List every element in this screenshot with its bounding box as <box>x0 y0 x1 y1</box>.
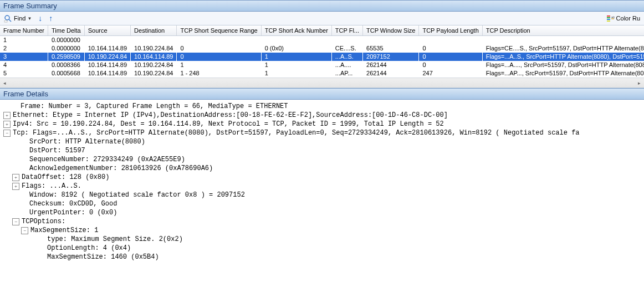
column-header[interactable]: TCP Payload Length <box>419 25 482 36</box>
svg-rect-4 <box>607 17 610 18</box>
column-header[interactable]: TCP Short Ack Number <box>261 25 331 36</box>
cell-win: 2097152 <box>363 53 419 61</box>
column-header[interactable]: TCP Window Size <box>363 25 419 36</box>
table-row[interactable]: 20.000000010.164.114.8910.190.224.8400 (… <box>0 44 644 53</box>
column-header[interactable]: Frame Number <box>0 25 48 36</box>
cell-fl <box>331 36 362 45</box>
column-header[interactable]: Source <box>84 25 130 36</box>
table-row[interactable]: 30.259850910.190.224.8410.164.114.8901..… <box>0 53 644 61</box>
tree-node[interactable]: −TCPOptions: <box>0 217 644 226</box>
collapse-icon[interactable]: − <box>21 227 28 234</box>
table-row[interactable]: 50.000566810.164.114.8910.190.224.841 - … <box>0 69 644 78</box>
cell-ack: 1 <box>261 69 331 78</box>
tree-spacer <box>21 200 27 207</box>
tree-node[interactable]: +Flags: ...A..S. <box>0 182 644 191</box>
tree-spacer <box>39 245 45 251</box>
cell-seq: 1 - 248 <box>177 69 261 78</box>
tree-node-text: MaxSegmentSize: 1460 (0x5B4) <box>47 253 159 261</box>
cell-seq: 1 <box>177 61 261 69</box>
tree-node-text: Ethernet: Etype = Internet IP (IPv4),Des… <box>13 111 448 120</box>
cell-dst: 10.190.224.84 <box>131 69 177 78</box>
tree-node[interactable]: OptionLength: 4 (0x4) <box>0 244 644 253</box>
tree-spacer <box>21 209 27 215</box>
arrow-down-icon: ↓ <box>38 14 42 23</box>
tree-node-text: DstPort: 51597 <box>29 146 85 155</box>
tree-node[interactable]: Checksum: 0xCD0D, Good <box>0 199 644 208</box>
tree-node[interactable]: DstPort: 51597 <box>0 146 644 155</box>
tree-node[interactable]: AcknowledgementNumber: 2810613926 (0xA78… <box>0 164 644 173</box>
find-prev-up-button[interactable]: ↑ <box>46 12 55 24</box>
tree-node-text: AcknowledgementNumber: 2810613926 (0xA78… <box>29 164 213 173</box>
tree-node[interactable]: +Ethernet: Etype = Internet IP (IPv4),De… <box>0 111 644 120</box>
cell-num: 2 <box>0 44 48 53</box>
cell-td: 0.0008366 <box>48 61 84 69</box>
tree-node-text: UrgentPointer: 0 (0x0) <box>29 208 117 217</box>
tree-node[interactable]: UrgentPointer: 0 (0x0) <box>0 208 644 217</box>
tree-node[interactable]: +DataOffset: 128 (0x80) <box>0 173 644 182</box>
cell-seq: 0 <box>177 44 261 53</box>
cell-td: 0.0005668 <box>48 69 84 78</box>
cell-pay: 0 <box>419 44 482 53</box>
cell-fl: ...A..S. <box>331 53 362 61</box>
tree-node-text: Flags: ...A..S. <box>22 182 81 191</box>
tree-node[interactable]: −MaxSegmentSize: 1 <box>0 226 644 235</box>
collapse-icon[interactable]: − <box>3 130 11 137</box>
expand-icon[interactable]: + <box>3 121 11 128</box>
find-label: Find <box>14 15 25 22</box>
frame-summary-table[interactable]: Frame NumberTime DeltaSourceDestinationT… <box>0 25 644 78</box>
tree-node[interactable]: +Ipv4: Src = 10.190.224.84, Dest = 10.16… <box>0 120 644 128</box>
tree-node-text: type: Maximum Segment Size. 2(0x2) <box>47 235 183 244</box>
table-row[interactable]: 40.000836610.164.114.8910.190.224.8411..… <box>0 61 644 69</box>
cell-win: 262144 <box>363 61 419 69</box>
frame-summary-table-wrap: Frame NumberTime DeltaSourceDestinationT… <box>0 25 644 88</box>
tree-node[interactable]: Frame: Number = 3, Captured Frame Length… <box>0 102 644 111</box>
tree-node[interactable]: SrcPort: HTTP Alternate(8080) <box>0 137 644 146</box>
horizontal-scrollbar[interactable]: ◂ ▸ <box>0 78 644 88</box>
svg-rect-5 <box>607 19 610 20</box>
tree-node[interactable]: SequenceNumber: 2729334249 (0xA2AE55E9) <box>0 155 644 164</box>
frame-details-tree[interactable]: Frame: Number = 3, Captured Frame Length… <box>0 100 644 264</box>
color-rules-button[interactable]: ab Color Ru <box>604 13 643 24</box>
cell-fl: ...AP... <box>331 69 362 78</box>
svg-text:ab: ab <box>611 16 615 19</box>
cell-td: 0.0000000 <box>48 36 84 45</box>
expand-icon[interactable]: + <box>12 183 19 190</box>
cell-seq <box>177 36 261 45</box>
cell-desc: Flags=...AP..., SrcPort=51597, DstPort=H… <box>482 69 644 78</box>
tree-node[interactable]: type: Maximum Segment Size. 2(0x2) <box>0 235 644 244</box>
svg-rect-3 <box>607 16 610 17</box>
tree-node[interactable]: −Tcp: Flags=...A..S., SrcPort=HTTP Alter… <box>0 128 644 137</box>
tree-node-text: MaxSegmentSize: 1 <box>30 226 98 235</box>
tree-node[interactable]: Window: 8192 ( Negotiated scale factor 0… <box>0 191 644 199</box>
scroll-right-icon[interactable]: ▸ <box>635 78 644 88</box>
cell-src: 10.190.224.84 <box>84 53 130 61</box>
expand-icon[interactable]: + <box>3 112 11 119</box>
column-header[interactable]: Time Delta <box>48 25 84 36</box>
find-dropdown-chevron-icon: ▼ <box>27 16 32 21</box>
cell-num: 1 <box>0 36 48 45</box>
tree-spacer <box>21 192 27 198</box>
tree-node-text: DataOffset: 128 (0x80) <box>22 173 109 182</box>
tree-node[interactable]: MaxSegmentSize: 1460 (0x5B4) <box>0 253 644 261</box>
column-header[interactable]: Destination <box>131 25 177 36</box>
tree-node-text: Window: 8192 ( Negotiated scale factor 0… <box>29 191 245 199</box>
find-button[interactable]: Find ▼ <box>1 13 34 24</box>
cell-num: 4 <box>0 61 48 69</box>
cell-fl: CE....S. <box>331 44 362 53</box>
table-row[interactable]: 10.0000000 <box>0 36 644 45</box>
cell-fl: ...A.... <box>331 61 362 69</box>
collapse-icon[interactable]: − <box>12 218 19 225</box>
tree-spacer <box>21 138 27 145</box>
find-next-down-button[interactable]: ↓ <box>35 12 45 24</box>
column-header[interactable]: TCP Description <box>482 25 644 36</box>
find-icon <box>4 14 12 23</box>
cell-pay: 0 <box>419 61 482 69</box>
frame-details-title: Frame Details <box>0 88 644 100</box>
column-header[interactable]: TCP Fl... <box>331 25 362 36</box>
expand-icon[interactable]: + <box>12 174 19 181</box>
cell-dst: 10.190.224.84 <box>131 61 177 69</box>
cell-desc: Flags=...A..S., SrcPort=HTTP Alternate(8… <box>482 53 644 61</box>
cell-desc: Flags=CE....S., SrcPort=51597, DstPort=H… <box>482 44 644 53</box>
column-header[interactable]: TCP Short Sequence Range <box>177 25 261 36</box>
scroll-left-icon[interactable]: ◂ <box>0 78 9 88</box>
